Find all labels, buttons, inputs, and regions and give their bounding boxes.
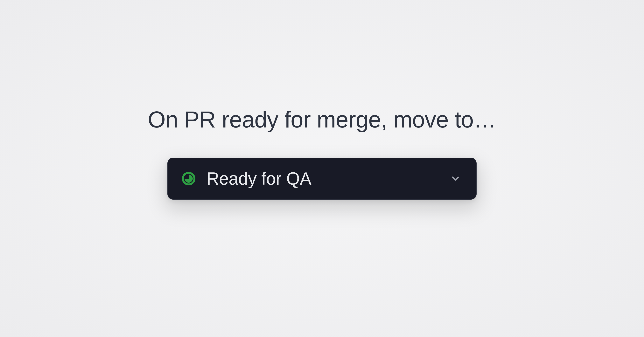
chevron-down-icon bbox=[448, 172, 462, 186]
status-select[interactable]: Ready for QA bbox=[168, 158, 476, 200]
three-quarter-circle-icon bbox=[182, 172, 196, 186]
status-select-label: Ready for QA bbox=[206, 169, 438, 189]
automation-rule-card: On PR ready for merge, move to… Ready fo… bbox=[148, 106, 496, 200]
automation-rule-heading: On PR ready for merge, move to… bbox=[148, 106, 496, 133]
